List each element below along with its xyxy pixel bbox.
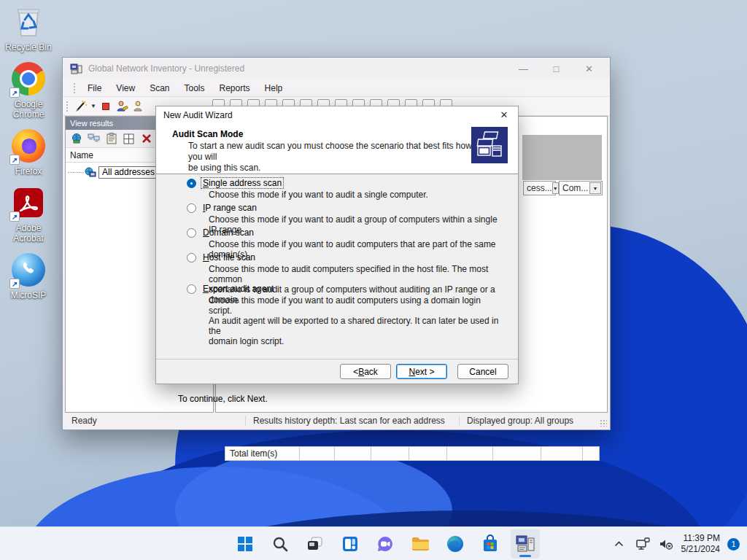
- option-label[interactable]: Domain scan: [201, 228, 255, 238]
- close-button[interactable]: ✕: [573, 58, 605, 79]
- chat-icon: [376, 534, 395, 553]
- wizard-emblem-icon: [471, 127, 508, 163]
- tray-chevron-up-icon[interactable]: [610, 533, 629, 555]
- edge-icon: [446, 534, 465, 553]
- back-button[interactable]: < Back: [340, 364, 391, 379]
- globe-icon[interactable]: [69, 131, 84, 147]
- shortcut-arrow-icon: ↗: [9, 88, 20, 98]
- user-credentials-icon[interactable]: [114, 98, 130, 114]
- menubar: File View Scan Tools Reports Help: [63, 79, 610, 97]
- grid-view-icon[interactable]: [121, 131, 136, 147]
- microsoft-store-icon: [481, 534, 500, 553]
- option-label[interactable]: Export audit agent: [201, 284, 275, 294]
- shortcut-arrow-icon: ↗: [9, 211, 20, 222]
- radio-export-audit-agent[interactable]: [187, 284, 196, 294]
- column-filter-process[interactable]: cess... ▼: [523, 181, 556, 195]
- new-audit-wizard-dialog: New Audit Wizard ✕ Audit Scan Mode To st…: [155, 106, 519, 384]
- clock-time: 11:39 PM: [681, 533, 720, 544]
- radio-single-address-scan[interactable]: [187, 179, 196, 188]
- task-view-button[interactable]: [301, 529, 330, 559]
- next-button[interactable]: Next >: [396, 364, 447, 379]
- notification-badge[interactable]: 1: [727, 538, 740, 551]
- menu-tools[interactable]: Tools: [177, 81, 212, 96]
- status-history-depth: Results history depth: Last scan for eac…: [246, 416, 459, 426]
- dialog-note: To continue, click Next.: [178, 394, 268, 404]
- delete-result-icon[interactable]: [139, 131, 154, 147]
- microsip-icon: ↗: [9, 251, 47, 289]
- taskbar-app-global-network-inventory[interactable]: [511, 529, 540, 559]
- minimize-button[interactable]: —: [507, 58, 540, 79]
- chevron-down-icon[interactable]: ▼: [552, 182, 559, 194]
- desktop-icon-google-chrome[interactable]: ↗ Google Chrome: [0, 60, 57, 120]
- option-export-audit-agent: Export audit agent Choose this mode if y…: [187, 284, 503, 346]
- edge-button[interactable]: [441, 529, 470, 559]
- clipboard-icon[interactable]: [104, 131, 119, 147]
- global-network-inventory-icon: [515, 534, 535, 553]
- dialog-heading: Audit Scan Mode: [172, 129, 243, 139]
- window-titlebar[interactable]: Global Network Inventory - Unregistered …: [63, 58, 610, 79]
- menu-file[interactable]: File: [80, 81, 109, 96]
- menu-reports[interactable]: Reports: [212, 81, 258, 96]
- option-label[interactable]: Host file scan: [201, 252, 257, 262]
- cancel-button[interactable]: Cancel: [457, 364, 508, 379]
- addresses-node-icon: [84, 167, 96, 178]
- menu-view[interactable]: View: [109, 81, 142, 96]
- user-agent-icon[interactable]: [130, 98, 146, 114]
- option-label[interactable]: IP range scan: [201, 203, 258, 213]
- desktop-icon-recycle-bin[interactable]: Recycle Bin: [0, 3, 57, 52]
- stop-scan-icon[interactable]: [98, 98, 114, 114]
- start-button[interactable]: [231, 529, 260, 559]
- window-controls: — □ ✕: [507, 58, 605, 79]
- status-bar: Ready Results history depth: Last scan f…: [64, 413, 608, 428]
- maximize-button[interactable]: □: [540, 58, 573, 79]
- desktop-icon-adobe-acrobat[interactable]: ↗ Adobe Acrobat: [0, 184, 57, 244]
- widgets-button[interactable]: [336, 529, 365, 559]
- new-scan-wizard-icon[interactable]: [73, 98, 89, 114]
- computers-icon[interactable]: [86, 131, 101, 147]
- status-displayed-group: Displayed group: All groups: [460, 416, 581, 426]
- radio-host-file-scan[interactable]: [187, 253, 196, 262]
- file-explorer-button[interactable]: [406, 529, 435, 559]
- chat-button[interactable]: [371, 529, 400, 559]
- dialog-close-icon[interactable]: ✕: [493, 106, 515, 123]
- search-button[interactable]: [266, 529, 295, 559]
- radio-domain-scan[interactable]: [187, 228, 196, 238]
- widgets-icon: [341, 534, 360, 553]
- desktop-icon-label: Google Chrome: [7, 99, 50, 120]
- taskbar-clock[interactable]: 11:39 PM 5/21/2024: [680, 533, 721, 555]
- taskbar: 11:39 PM 5/21/2024 1: [0, 526, 747, 560]
- recycle-bin-icon: [9, 3, 47, 41]
- grid-summary-row: Total item(s): [225, 446, 600, 461]
- status-ready: Ready: [64, 416, 245, 426]
- taskbar-center-icons: [231, 529, 540, 559]
- option-description: Choose this mode if you want to audit a …: [209, 190, 503, 200]
- menu-help[interactable]: Help: [258, 81, 290, 96]
- desktop-icon-label: Firefox: [15, 166, 42, 176]
- menu-scan[interactable]: Scan: [142, 81, 177, 96]
- windows-logo-icon: [236, 535, 254, 553]
- dialog-titlebar[interactable]: New Audit Wizard ✕: [156, 106, 518, 123]
- column-filter-computer[interactable]: Com... ▼: [559, 181, 603, 195]
- network-icon[interactable]: [633, 533, 652, 555]
- summary-total-label: Total item(s): [225, 447, 300, 460]
- window-title: Global Network Inventory - Unregistered: [88, 63, 244, 74]
- dialog-description: To start a new audit scan you must choos…: [188, 141, 473, 174]
- volume-muted-icon[interactable]: [657, 533, 676, 555]
- menubar-gripper: [73, 82, 76, 94]
- radio-ip-range-scan[interactable]: [187, 203, 196, 213]
- shortcut-arrow-icon: ↗: [9, 279, 20, 289]
- tree-guide-line: [68, 172, 84, 173]
- option-description: Choose this mode if you want to audit co…: [209, 295, 503, 346]
- scan-dropdown-caret-icon[interactable]: ▼: [89, 98, 98, 114]
- tree-item-label[interactable]: All addresses: [98, 166, 158, 179]
- resize-grip[interactable]: [600, 419, 607, 427]
- option-label[interactable]: Single address scan: [201, 178, 283, 188]
- desktop-icon-firefox[interactable]: ↗ Firefox: [0, 127, 57, 176]
- group-by-box: [522, 135, 602, 180]
- chevron-down-icon[interactable]: ▼: [589, 182, 601, 194]
- microsoft-store-button[interactable]: [476, 529, 505, 559]
- app-icon: [70, 63, 82, 74]
- desktop-icon-microsip[interactable]: ↗ MicroSIP: [0, 251, 57, 300]
- toolbar-gripper: [66, 101, 69, 112]
- dialog-footer: < Back Next > Cancel: [156, 359, 518, 385]
